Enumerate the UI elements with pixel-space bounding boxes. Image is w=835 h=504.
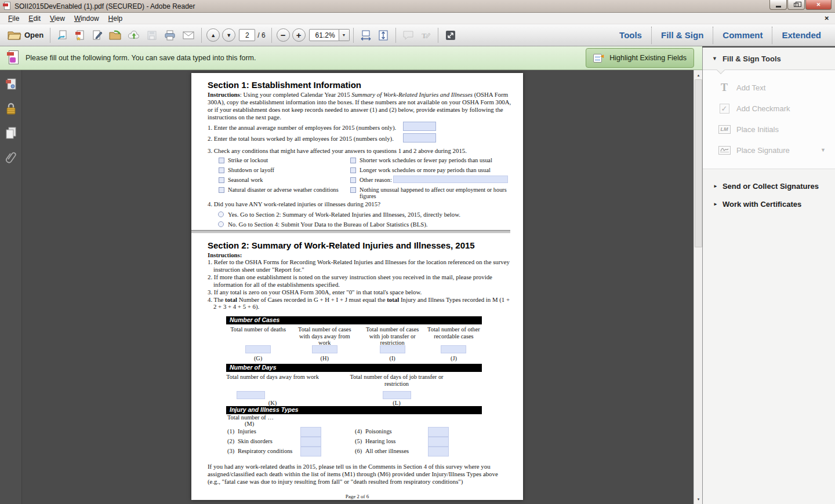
send-or-collect-signatures-expander[interactable]: ► Send or Collect Signatures: [703, 177, 835, 195]
deaths-field[interactable]: [245, 345, 271, 353]
type-label: All other illnesses: [365, 448, 409, 454]
zoom-level-input[interactable]: 61.2%: [309, 29, 339, 41]
menu-view[interactable]: View: [45, 13, 70, 24]
vertical-scrollbar[interactable]: ▲ ▼: [694, 70, 702, 504]
all-other-illnesses-field[interactable]: [428, 447, 449, 456]
checkbox-longer-schedules[interactable]: [350, 167, 356, 173]
sign-document-button[interactable]: [89, 27, 106, 43]
fill-sign-link[interactable]: Fill & Sign: [652, 30, 713, 40]
question-2-label: 2. Enter the total hours worked by all e…: [208, 135, 394, 143]
minus-icon: −: [281, 31, 286, 39]
open-label: Open: [24, 31, 43, 39]
poisonings-field[interactable]: [428, 427, 449, 437]
edit-text-button[interactable]: T: [418, 27, 434, 43]
expander-label: Work with Certificates: [723, 200, 801, 209]
section1-title: Section 1: Establishment Information: [208, 80, 361, 90]
zoom-dropdown-button[interactable]: ▼: [339, 29, 350, 41]
hide-toolbar-close-icon[interactable]: ✕: [825, 15, 829, 21]
attachments-button[interactable]: [3, 150, 19, 165]
checkbox-shorter-schedules[interactable]: [350, 158, 356, 163]
section2-instructions: 1. Refer to the OSHA Forms for Recording…: [208, 258, 513, 311]
work-with-certificates-expander[interactable]: ► Work with Certificates: [703, 195, 835, 213]
radio-yes[interactable]: [218, 211, 224, 217]
restore-button[interactable]: [787, 0, 805, 10]
email-button[interactable]: [180, 27, 197, 43]
share-file-button[interactable]: [55, 27, 71, 43]
total-hours-field[interactable]: [403, 133, 436, 143]
close-button[interactable]: ✕: [805, 0, 832, 10]
comment-link[interactable]: Comment: [713, 30, 772, 40]
panel-header[interactable]: ▼ Fill & Sign Tools: [703, 48, 835, 70]
employees-count-field[interactable]: [403, 122, 436, 131]
checkbox-other-reason[interactable]: [350, 177, 356, 183]
menu-window[interactable]: Window: [70, 13, 104, 24]
scrollbar-thumb[interactable]: [695, 79, 702, 247]
section2-instructions-label: Instructions:: [208, 251, 242, 259]
checkbox-strike-or-lockout[interactable]: [219, 158, 224, 163]
job-transfer-cases-field[interactable]: [380, 345, 405, 353]
expander-arrow-icon: ►: [713, 202, 718, 207]
upload-cloud-button[interactable]: [125, 27, 143, 43]
zoom-out-button[interactable]: −: [277, 28, 290, 42]
add-checkmark-tool[interactable]: ✓ Add Checkmark: [703, 98, 835, 119]
radio-no[interactable]: [218, 221, 224, 227]
toolbar-separator: [50, 28, 50, 43]
days-away-field[interactable]: [237, 391, 265, 399]
previous-page-button[interactable]: ▲: [206, 28, 220, 42]
security-settings-button[interactable]: [3, 101, 19, 116]
scroll-up-icon[interactable]: ▲: [694, 71, 703, 79]
tool-label: Place Signature: [736, 146, 790, 155]
convert-to-pdf-button[interactable]: [72, 27, 88, 43]
type-num: (5): [355, 438, 362, 444]
fit-width-icon: [360, 30, 372, 41]
other-reason-field[interactable]: [393, 176, 508, 183]
injuries-field[interactable]: [300, 427, 321, 437]
fit-width-button[interactable]: [358, 27, 374, 43]
comment-bubble-button[interactable]: [400, 27, 416, 43]
other-recordable-field[interactable]: [441, 345, 466, 353]
minimize-button[interactable]: [769, 0, 787, 10]
folder-export-icon: [109, 30, 122, 41]
next-page-button[interactable]: ▼: [222, 28, 235, 42]
type-num: (6): [355, 448, 362, 454]
menu-help[interactable]: Help: [104, 13, 128, 24]
days-away-cases-field[interactable]: [312, 345, 337, 353]
chevron-down-icon: ▼: [712, 56, 717, 61]
tools-link[interactable]: Tools: [610, 30, 651, 40]
respiratory-field[interactable]: [300, 447, 321, 456]
checkbox-nothing-unusual[interactable]: [350, 187, 356, 193]
signature-dropdown-icon[interactable]: ▼: [821, 147, 826, 153]
export-folder-button[interactable]: [107, 27, 124, 43]
place-signature-tool[interactable]: Place Signature ▼: [703, 140, 835, 160]
scroll-down-icon[interactable]: ▼: [694, 495, 703, 503]
hearing-loss-field[interactable]: [428, 437, 449, 447]
place-initials-tool[interactable]: LM Place Initials: [703, 119, 835, 140]
skin-disorders-field[interactable]: [300, 437, 321, 447]
toolbar-separator: [395, 28, 396, 43]
save-button[interactable]: [144, 27, 160, 43]
fullscreen-icon: [445, 30, 456, 41]
page-number-input[interactable]: [239, 29, 255, 41]
types-intro: Total number of …: [226, 414, 482, 421]
add-text-tool[interactable]: T Add Text: [703, 77, 835, 98]
checkbox-natural-disaster[interactable]: [219, 187, 224, 193]
fullscreen-button[interactable]: [442, 27, 459, 43]
fit-page-button[interactable]: [375, 27, 391, 43]
type-label: Skin disorders: [238, 438, 273, 444]
adobe-reader-window: SOII2015DevEnabled (1).pdf (SECURED) - A…: [0, 0, 835, 504]
print-button[interactable]: [161, 27, 179, 43]
instruction-item: 2. If more than one establishment is not…: [208, 273, 513, 288]
arrow-up-icon: ▲: [210, 32, 216, 38]
job-transfer-days-field[interactable]: [383, 391, 411, 399]
checkbox-seasonal-work[interactable]: [219, 177, 224, 183]
menu-edit[interactable]: Edit: [24, 13, 45, 24]
extended-link[interactable]: Extended: [772, 30, 830, 40]
printer-icon: [164, 30, 176, 41]
pages-panel-button[interactable]: [3, 126, 19, 141]
menu-file[interactable]: File: [3, 13, 24, 24]
open-button[interactable]: Open: [5, 27, 46, 43]
checkbox-shutdown-or-layoff[interactable]: [219, 167, 224, 173]
highlight-existing-fields-button[interactable]: ◄ Highlight Existing Fields: [586, 48, 694, 68]
page-thumbnails-button[interactable]: [3, 77, 19, 92]
zoom-in-button[interactable]: +: [292, 28, 306, 42]
